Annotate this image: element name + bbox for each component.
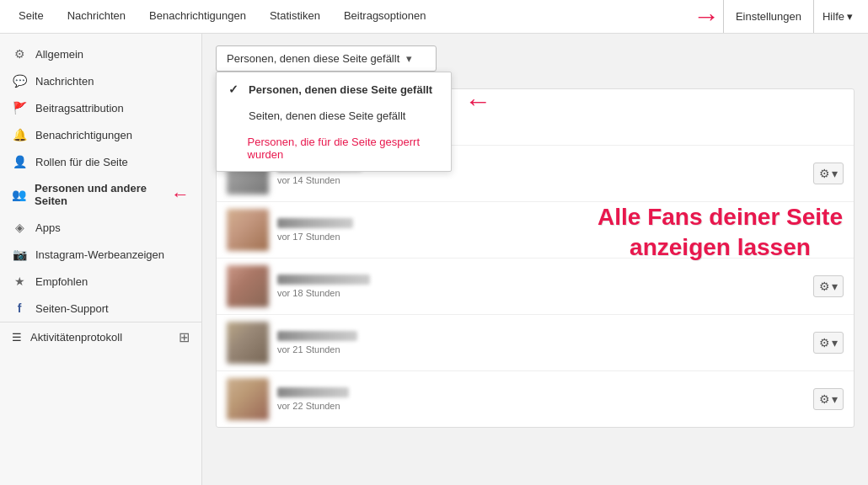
flag-icon: 🚩 xyxy=(12,101,27,115)
sidebar-item-apps[interactable]: ◈ Apps xyxy=(0,214,201,241)
star-icon: ★ xyxy=(12,274,27,288)
nav-hilfe[interactable]: Hilfe ▾ xyxy=(814,10,861,23)
bell-icon: 🔔 xyxy=(12,128,27,141)
dropdown-option-fans[interactable]: ✓ Personen, denen diese Seite gefällt xyxy=(217,76,451,103)
gear-icon: ⚙ xyxy=(819,167,830,180)
hilfe-chevron-icon: ▾ xyxy=(847,10,853,23)
list-item: vor 22 Stunden ⚙ ▾ xyxy=(217,371,854,427)
dropdown-option-gesperrt[interactable]: Personen, die für die Seite gesperrt wur… xyxy=(217,129,451,168)
gear-icon: ⚙ xyxy=(819,336,830,349)
person-icon: 👤 xyxy=(12,155,27,168)
people-icon: 👥 xyxy=(12,188,26,201)
dropdown-option-seiten[interactable]: Seiten, denen diese Seite gefällt xyxy=(217,103,451,129)
sidebar-item-instagram[interactable]: 📷 Instagram-Werbeanzeigen xyxy=(0,241,201,268)
chat-icon: 💬 xyxy=(12,74,27,88)
sidebar-item-personen[interactable]: 👥 Personen und andere Seiten ← xyxy=(0,175,201,214)
gear-icon: ⚙ xyxy=(819,280,830,293)
arrow-to-einstellungen: → xyxy=(693,1,720,32)
gear-icon: ⚙ xyxy=(819,392,830,406)
content-area: Personen, denen diese Seite gefällt ▾ ✓ … xyxy=(202,34,868,485)
sidebar-item-support[interactable]: f Seiten-Support xyxy=(0,295,201,322)
gear-button[interactable]: ⚙ ▾ xyxy=(813,332,844,354)
gear-chevron-icon: ▾ xyxy=(832,280,838,293)
avatar xyxy=(227,322,269,364)
gear-button[interactable]: ⚙ ▾ xyxy=(813,275,844,297)
sidebar-item-allgemein[interactable]: ⚙ Allgemein xyxy=(0,40,201,67)
apps-icon: ◈ xyxy=(12,221,27,234)
arrow-left-red-icon: ← xyxy=(171,184,190,205)
dropdown-wrapper: Personen, denen diese Seite gefällt ▾ ✓ … xyxy=(216,45,437,72)
gear-chevron-icon: ▾ xyxy=(832,336,838,349)
gear-chevron-icon: ▾ xyxy=(832,392,838,406)
nav-seite[interactable]: Seite xyxy=(7,0,56,33)
sidebar-item-benachrichtigungen[interactable]: 🔔 Benachrichtigungen xyxy=(0,121,201,148)
dropdown-button[interactable]: Personen, denen diese Seite gefällt ▾ xyxy=(216,45,437,72)
avatar xyxy=(227,265,269,307)
name-blur xyxy=(277,331,357,341)
nav-einstellungen[interactable]: Einstellungen xyxy=(723,0,814,33)
plus-icon: ⊞ xyxy=(179,329,190,345)
nav-statistiken[interactable]: Statistiken xyxy=(258,0,332,33)
list-info: vor 22 Stunden xyxy=(277,387,805,411)
name-blur xyxy=(277,274,370,285)
avatar xyxy=(227,378,269,420)
avatar xyxy=(227,209,269,251)
nav-spacer xyxy=(438,0,693,33)
dropdown-menu: ✓ Personen, denen diese Seite gefällt Se… xyxy=(216,72,452,172)
main-layout: ⚙ Allgemein 💬 Nachrichten 🚩 Beitragsattr… xyxy=(0,34,868,485)
facebook-icon: f xyxy=(12,301,27,315)
sidebar-item-nachrichten[interactable]: 💬 Nachrichten xyxy=(0,67,201,94)
gear-chevron-icon: ▾ xyxy=(832,167,838,180)
top-navigation: Seite Nachrichten Benachrichtigungen Sta… xyxy=(0,0,868,34)
checkmark-icon: ✓ xyxy=(228,83,242,96)
name-blur xyxy=(277,218,353,228)
sidebar-item-empfohlen[interactable]: ★ Empfohlen xyxy=(0,268,201,295)
sidebar-item-beitragsattribution[interactable]: 🚩 Beitragsattribution xyxy=(0,94,201,121)
settings-icon: ⚙ xyxy=(12,47,27,61)
name-blur xyxy=(277,387,349,397)
dropdown-chevron-icon: ▾ xyxy=(406,52,412,65)
sidebar-item-rollen[interactable]: 👤 Rollen für die Seite xyxy=(0,148,201,175)
list-icon: ☰ xyxy=(12,331,22,344)
gear-button[interactable]: ⚙ ▾ xyxy=(813,388,844,410)
list-item: vor 18 Stunden ⚙ ▾ xyxy=(217,258,854,315)
nav-right: → Einstellungen Hilfe ▾ xyxy=(693,0,861,33)
annotation-text: Alle Fans deiner Seite anzeigen lassen xyxy=(597,202,843,264)
nav-nachrichten[interactable]: Nachrichten xyxy=(56,0,137,33)
list-info: vor 21 Stunden xyxy=(277,331,805,354)
nav-beitragsoptionen[interactable]: Beitragsoptionen xyxy=(332,0,438,33)
list-info: vor 18 Stunden xyxy=(277,274,805,298)
nav-benachrichtigungen[interactable]: Benachrichtigungen xyxy=(137,0,258,33)
camera-icon: 📷 xyxy=(12,248,27,261)
gear-button[interactable]: ⚙ ▾ xyxy=(813,163,844,184)
sidebar-item-aktivitaet[interactable]: ☰ Aktivitätenprotokoll ⊞ xyxy=(0,322,201,352)
list-item: vor 21 Stunden ⚙ ▾ xyxy=(217,315,854,371)
sidebar: ⚙ Allgemein 💬 Nachrichten 🚩 Beitragsattr… xyxy=(0,34,202,485)
arrow-to-option-icon: ← xyxy=(464,86,491,117)
